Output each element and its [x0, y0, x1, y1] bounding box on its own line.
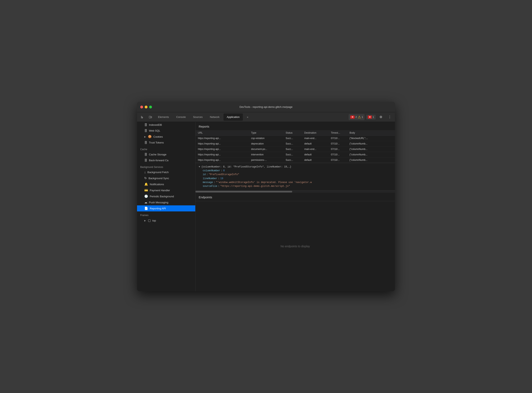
sidebar-item-reporting-api[interactable]: 📄 Reporting API	[137, 205, 195, 211]
error2-badge[interactable]: ✕ 1	[366, 115, 376, 119]
close-button[interactable]	[140, 106, 143, 108]
sidebar-item-label: Periodic Background	[150, 195, 174, 198]
cell-5: {"columnNumb...	[347, 141, 395, 147]
cell-5: {"blockedURL":...	[347, 136, 395, 141]
json-field-line: sourceFile: "https://reporting-api-demo.…	[203, 184, 392, 188]
warning-icon: ⚠	[358, 115, 361, 119]
sidebar-item-cookies[interactable]: ▶ 🍪 Cookies	[137, 134, 195, 140]
tab-network[interactable]: Network	[207, 113, 223, 121]
json-field-key: message	[203, 181, 213, 184]
trust-tokens-icon: 🗄	[144, 141, 147, 144]
cell-1: csp-violation	[249, 136, 283, 141]
sidebar-item-label: Cookies	[153, 135, 163, 138]
settings-button[interactable]: ⚙	[377, 113, 385, 121]
json-field-line: lineNumber: 19	[203, 177, 392, 181]
sidebar-item-push-messaging[interactable]: ☁ Push Messaging	[137, 199, 195, 205]
sidebar-item-indexeddb[interactable]: 🗄 IndexedDB	[137, 122, 195, 128]
more-menu-button[interactable]: ⋮	[386, 113, 393, 121]
scrollbar-thumb[interactable]	[195, 191, 292, 192]
col-header-type: Type	[249, 130, 283, 136]
reports-table: URL Type Status Destination Timest... Bo…	[195, 130, 395, 163]
cell-3: default	[302, 157, 328, 163]
endpoints-empty-message: No endpoints to display	[195, 201, 395, 291]
table-row[interactable]: https://reporting-api...csp-violationSuc…	[195, 136, 395, 141]
sidebar-item-label: top	[152, 219, 156, 222]
cell-3: main-end...	[302, 136, 328, 141]
toolbar: Elements Console Sources Network Applica…	[137, 112, 395, 122]
col-header-timestamp: Timest...	[328, 130, 347, 136]
cell-2: Succ...	[283, 136, 302, 141]
tab-console[interactable]: Console	[173, 113, 189, 121]
cell-4: 07/10/...	[328, 147, 347, 152]
sidebar-item-periodic-bg[interactable]: 🕐 Periodic Background	[137, 193, 195, 199]
cell-3: default	[302, 141, 328, 147]
sidebar-item-cache-storage[interactable]: 🗄 Cache Storage	[137, 152, 195, 157]
json-field-value: 8	[223, 169, 225, 173]
periodic-icon: 🕐	[144, 195, 148, 198]
minimize-button[interactable]	[145, 106, 147, 108]
devtools-window: DevTools - reporting-api-demo.glitch.me/…	[137, 102, 395, 291]
cell-1: permissions-...	[249, 157, 283, 163]
cell-1: document-po...	[249, 147, 283, 152]
back-forward-icon: 🗄	[144, 159, 147, 162]
cell-4: 07/10/...	[328, 157, 347, 163]
bg-fetch-icon: ↕	[144, 171, 146, 174]
json-field-key: lineNumber	[203, 177, 217, 181]
sidebar-item-label: Background Fetch	[147, 171, 169, 174]
bg-services-section-title: Background Services	[137, 163, 195, 169]
tab-elements[interactable]: Elements	[155, 113, 172, 121]
error-warning-badge[interactable]: ✕ 2 ⚠ 1	[349, 114, 365, 120]
json-field-value: "PrefixedStorageInfo"	[209, 173, 239, 177]
table-row[interactable]: https://reporting-api...permissions-...S…	[195, 157, 395, 163]
sidebar-item-frames-top[interactable]: ▶ ▢ top	[137, 217, 195, 224]
sidebar-item-websql[interactable]: 🗄 Web SQL	[137, 128, 195, 134]
main-content: 🗄 IndexedDB 🗄 Web SQL ▶ 🍪 Cookies 🗄 Trus…	[137, 122, 395, 291]
cursor-icon-button[interactable]	[139, 113, 146, 121]
toolbar-right: ✕ 2 ⚠ 1 ✕ 1 ⚙ ⋮	[349, 113, 393, 121]
sidebar-item-trust-tokens[interactable]: 🗄 Trust Tokens	[137, 140, 195, 146]
sidebar-item-bg-fetch[interactable]: ↕ Background Fetch	[137, 169, 195, 175]
json-field-line: message: "'window.webkitStorageInfo' is …	[203, 181, 392, 184]
table-row[interactable]: https://reporting-api...document-po...Su…	[195, 147, 395, 152]
payment-icon: 💳	[144, 188, 148, 192]
horizontal-scrollbar[interactable]	[195, 190, 395, 193]
json-summary-line: ▼ { columnNumber: 8, id: "PrefixedStorag…	[199, 165, 392, 169]
cache-storage-icon: 🗄	[144, 153, 147, 156]
cell-0: https://reporting-api...	[195, 152, 249, 157]
sidebar-item-payment-handler[interactable]: 💳 Payment Handler	[137, 187, 195, 193]
sidebar-item-label: Web SQL	[149, 129, 160, 132]
json-field-line: columnNumber: 8	[203, 169, 392, 173]
svg-rect-1	[151, 117, 152, 118]
col-header-destination: Destination	[302, 130, 328, 136]
cell-3: main-end...	[302, 147, 328, 152]
tab-more[interactable]: »	[244, 113, 251, 121]
table-row[interactable]: https://reporting-api...interventionSucc…	[195, 152, 395, 157]
more-icon: ⋮	[388, 115, 391, 119]
json-expand-icon[interactable]: ▼	[199, 165, 200, 169]
sidebar-item-notifications[interactable]: 🔔 Notifications	[137, 181, 195, 187]
push-icon: ☁	[144, 201, 147, 204]
device-toolbar-icon-button[interactable]	[147, 113, 154, 121]
table-row[interactable]: https://reporting-api...deprecationSucc.…	[195, 141, 395, 147]
cell-3: default	[302, 152, 328, 157]
cell-2: Succ...	[283, 141, 302, 147]
sidebar-item-label: Trust Tokens	[149, 141, 164, 144]
cell-2: Succ...	[283, 152, 302, 157]
json-field-key: id	[203, 173, 205, 177]
maximize-button[interactable]	[149, 106, 152, 108]
bg-sync-icon: ↻	[144, 176, 147, 180]
sidebar-item-bg-sync[interactable]: ↻ Background Sync	[137, 175, 195, 181]
sidebar-item-label: Notifications	[150, 183, 164, 186]
sidebar-item-label: Payment Handler	[150, 189, 170, 192]
json-fields: columnNumber: 8id: "PrefixedStorageInfo"…	[203, 169, 392, 188]
sidebar-item-label: Reporting API	[150, 207, 166, 210]
titlebar: DevTools - reporting-api-demo.glitch.me/…	[137, 102, 395, 112]
json-summary-text: columnNumber: 8, id: "PrefixedStorageInf…	[203, 165, 290, 169]
sidebar-item-back-forward[interactable]: 🗄 Back-forward Ca	[137, 157, 195, 163]
tab-application[interactable]: Application	[224, 113, 243, 121]
database2-icon: 🗄	[144, 129, 147, 133]
error2-icon: ✕	[368, 115, 372, 119]
tab-sources[interactable]: Sources	[190, 113, 206, 121]
col-header-status: Status	[283, 130, 302, 136]
cell-0: https://reporting-api...	[195, 141, 249, 147]
